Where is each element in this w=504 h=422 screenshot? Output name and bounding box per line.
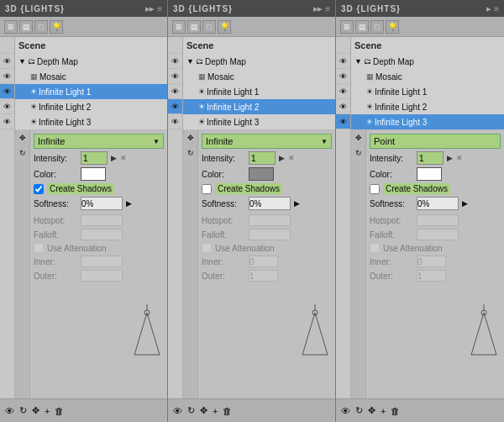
panel-1-tree-mosaic[interactable]: ▦ Mosaic [15,69,167,84]
panel-2-props-move-icon[interactable]: ✥ [187,134,194,142]
panel-1-props-rotate-icon[interactable]: ↻ [19,149,26,157]
panel-3-eye-light1[interactable]: 👁 [336,84,350,99]
panel-1-intensity-arrow[interactable]: ▶ [111,154,117,162]
p2-toolbar-table-icon[interactable]: ▤ [187,20,201,34]
toolbar-bulb-icon[interactable]: 💡 [50,20,63,34]
panel-3-softness-arrow[interactable]: ▶ [462,199,468,208]
panel-3-tree-light3[interactable]: ✳ Infinite Light 3 [351,114,504,129]
panel-3-tree-light1[interactable]: ☀ Infinite Light 1 [351,84,504,99]
panel-1-intensity-input[interactable] [81,151,108,165]
panel-2-eye-light3[interactable]: 👁 [168,114,182,129]
panel-2-bottom-delete-icon[interactable]: 🗑 [223,406,232,416]
panel-2-expand-icon[interactable]: ▸▸ [313,4,322,13]
panel-3-tree-light2[interactable]: ☀ Infinite Light 2 [351,99,504,114]
panel-1-tree-depth-map[interactable]: ▼ 🗂 Depth Map [15,54,167,69]
panel-2-eye-mosaic[interactable]: 👁 [168,69,182,84]
panel-2-bottom-rotate-icon[interactable]: ↻ [187,405,195,416]
panel-3-menu-icon[interactable]: ≡ [494,4,499,13]
panel-2-softness-input[interactable] [249,197,291,210]
panel-1-props-move-icon[interactable]: ✥ [19,134,26,142]
panel-3-tree-depth-map[interactable]: ▼ 🗂 Depth Map [351,54,504,69]
panel-3-type-row: Point [370,134,501,149]
panel-3-intensity-input[interactable] [417,151,444,165]
panel-2-bottom-move-icon[interactable]: ✥ [200,405,207,416]
panel-3-tree-mosaic[interactable]: ▦ Mosaic [351,69,504,84]
panel-1-eye-light2[interactable]: 👁 [0,99,14,114]
panel-3-props-rotate-icon[interactable]: ↻ [355,149,362,157]
panel-1-softness-arrow[interactable]: ▶ [126,199,132,208]
panel-2-depth-arrow-icon: ▼ [186,57,194,66]
panel-2-bottom-add-icon[interactable]: + [213,406,218,416]
panel-1-shadows-checkbox[interactable] [34,184,44,194]
panel-3-intensity-row: Intensity: ▶ ✕ [370,151,501,165]
panel-3-bottom-add-icon[interactable]: + [381,406,386,416]
panel-1-tree-light2[interactable]: ☀ Infinite Light 2 [15,99,167,114]
panel-3-intensity-x[interactable]: ✕ [456,154,463,162]
panel-3-eye-depth-map[interactable]: 👁 [336,54,350,69]
panel-3-eye-light2[interactable]: 👁 [336,99,350,114]
panel-1-bottom-eye-icon[interactable]: 👁 [5,406,14,416]
p2-toolbar-rect-icon[interactable]: □ [202,20,216,34]
panel-3-softness-input[interactable] [417,197,459,210]
panel-3-props-move-icon[interactable]: ✥ [355,134,362,142]
panel-2-tree-depth-map[interactable]: ▼ 🗂 Depth Map [183,54,335,69]
panel-2-tree-light1[interactable]: ☀ Infinite Light 1 [183,84,335,99]
panel-3-bottom-delete-icon[interactable]: 🗑 [391,406,400,416]
panel-2-eye-light1[interactable]: 👁 [168,84,182,99]
panel-1-expand-icon[interactable]: ▸▸ [145,4,154,13]
toolbar-rect-icon[interactable]: □ [34,20,48,34]
panel-3-bottom-eye-icon[interactable]: 👁 [341,406,350,416]
panel-1-tree-light1[interactable]: ☀ Infinite Light 1 [15,84,167,99]
svg-line-1 [147,313,160,355]
panel-1-bottom-move-icon[interactable]: ✥ [32,405,39,416]
p3-toolbar-grid-icon[interactable]: ⊞ [340,20,354,34]
panel-2-tree-light2[interactable]: ☀ Infinite Light 2 [183,99,335,114]
panel-2-color-box[interactable] [249,167,274,181]
panel-1-eye-light1[interactable]: 👁 [0,84,14,99]
panel-2-eye-depth-map[interactable]: 👁 [168,54,182,69]
panel-2-bottom-eye-icon[interactable]: 👁 [173,406,182,416]
p3-toolbar-rect-icon[interactable]: □ [370,20,384,34]
toolbar-table-icon[interactable]: ▤ [19,20,33,34]
p2-toolbar-grid-icon[interactable]: ⊞ [172,20,186,34]
panel-1-tree-light3[interactable]: ☀ Infinite Light 3 [15,114,167,129]
panel-2-type-dropdown[interactable]: Infinite ▼ [202,134,332,149]
panel-3-bottom-rotate-icon[interactable]: ↻ [355,405,363,416]
panel-3-shadows-row: Create Shadows [370,183,501,194]
panel-1-eye-mosaic[interactable]: 👁 [0,69,14,84]
panel-3-eye-mosaic[interactable]: 👁 [336,69,350,84]
panel-1-bottom-rotate-icon[interactable]: ↻ [19,405,27,416]
panel-3-bottom-move-icon[interactable]: ✥ [368,405,375,416]
panel-1-type-dropdown[interactable]: Infinite ▼ [34,134,164,149]
panel-1-intensity-x[interactable]: ✕ [120,154,127,162]
panel-2-tree-light3[interactable]: ☀ Infinite Light 3 [183,114,335,129]
panel-1-softness-input[interactable] [81,197,123,210]
panel-2-title: 3D {LIGHTS} [173,4,233,13]
panel-2-intensity-input[interactable] [249,151,276,165]
panel-3-eye-light3[interactable]: 👁 [336,114,350,129]
panel-1-bottom-add-icon[interactable]: + [45,406,50,416]
panel-2-intensity-arrow[interactable]: ▶ [279,154,285,162]
p3-toolbar-bulb-icon[interactable]: 💡 [386,20,399,34]
panel-3-expand-icon[interactable]: ▸ [486,4,491,13]
panel-3-intensity-arrow[interactable]: ▶ [447,154,453,162]
panel-2-shadows-checkbox[interactable] [202,184,212,194]
p3-toolbar-table-icon[interactable]: ▤ [355,20,369,34]
panel-1-menu-icon[interactable]: ≡ [157,4,162,13]
panel-3-type-dropdown[interactable]: Point [370,134,501,149]
panel-2-intensity-x[interactable]: ✕ [288,154,295,162]
panel-1-eye-depth-map[interactable]: 👁 [0,54,14,69]
panel-1-eye-light3[interactable]: 👁 [0,114,14,129]
panel-2-softness-arrow[interactable]: ▶ [294,199,300,208]
panel-2-menu-icon[interactable]: ≡ [325,4,330,13]
panel-2-props-rotate-icon[interactable]: ↻ [187,149,194,157]
panel-1-bottom-delete-icon[interactable]: 🗑 [55,406,64,416]
panel-3-color-box[interactable] [417,167,442,181]
p2-toolbar-bulb-icon[interactable]: 💡 [218,20,231,34]
panel-3-light1-icon: ☀ [366,87,373,96]
toolbar-grid-icon[interactable]: ⊞ [4,20,18,34]
panel-3-shadows-checkbox[interactable] [370,184,380,194]
panel-1-color-box[interactable] [81,167,106,181]
panel-2-eye-light2[interactable]: 👁 [168,99,182,114]
panel-2-tree-mosaic[interactable]: ▦ Mosaic [183,69,335,84]
